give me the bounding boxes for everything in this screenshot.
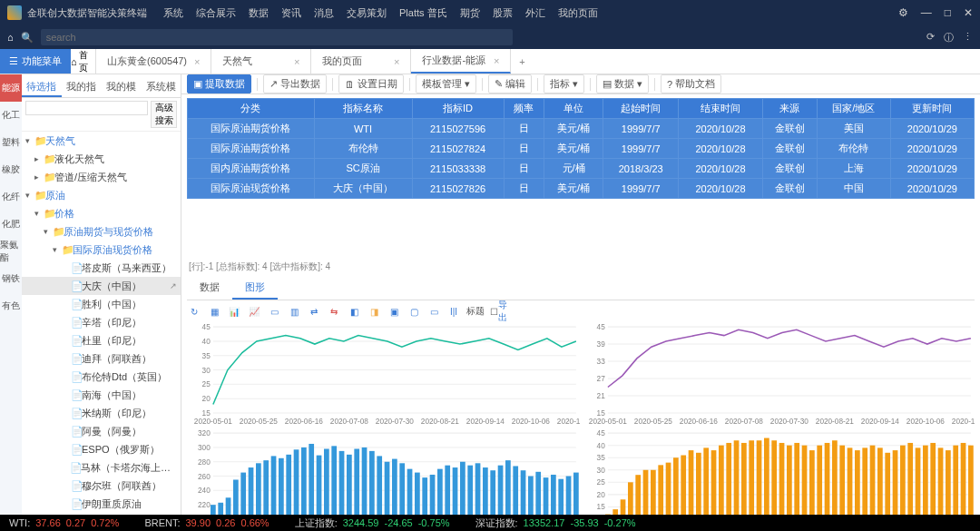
tree-node[interactable]: ▸📁管道/压缩天然气	[22, 168, 181, 186]
document-tab[interactable]: 山东黄金(600547)×	[96, 49, 211, 74]
category-item[interactable]: 化工	[0, 102, 22, 129]
category-item[interactable]: 钢铁	[0, 265, 22, 292]
chart-panel[interactable]: 10152025303540452020-05-012020-05-252020…	[582, 428, 975, 520]
chart-refresh-icon[interactable]: ↻	[187, 304, 201, 319]
tree-node[interactable]: ▾📁国际原油现货价格	[22, 241, 181, 259]
table-row[interactable]: 国际原油期货价格WTI2115027596日美元/桶1999/7/72020/1…	[188, 119, 975, 139]
table-header[interactable]: 国家/地区	[818, 99, 891, 119]
tree-node[interactable]: 📄米纳斯（印尼）	[22, 404, 181, 422]
chart-panel[interactable]: 1521273339452020-05-012020-05-252020-06-…	[582, 322, 975, 427]
menu-item[interactable]: 资讯	[281, 6, 301, 20]
add-tab-button[interactable]: +	[511, 49, 533, 74]
tree-tab[interactable]: 系统模板	[141, 74, 181, 97]
menu-item[interactable]: 交易策划	[347, 6, 387, 20]
tree-node[interactable]: 📄伊朗重质原油	[22, 495, 181, 513]
export-data-button[interactable]: ↗ 导出数据	[263, 74, 327, 93]
tree-node[interactable]: 📄大庆（中国）↗	[22, 277, 181, 295]
tab-close-icon[interactable]: ×	[494, 55, 499, 66]
tree-tab[interactable]: 待选指标	[22, 74, 62, 97]
menu-item[interactable]: 外汇	[525, 6, 545, 20]
home-icon[interactable]: ⌂	[7, 32, 14, 43]
chart-export-button[interactable]: ☐ 导出	[490, 304, 513, 319]
tree-node[interactable]: 📄ESPO（俄罗斯）	[22, 440, 181, 458]
tree-node[interactable]: 📄塔皮斯（马来西亚）	[22, 259, 181, 277]
more-icon[interactable]: ⋮	[963, 31, 973, 44]
tree-tab[interactable]: 我的指标	[62, 74, 102, 97]
tree-node[interactable]: 📄南海（中国）	[22, 386, 181, 404]
table-row[interactable]: 国际原油期货价格布伦特2115027824日美元/桶1999/7/72020/1…	[188, 139, 975, 159]
table-header[interactable]: 来源	[762, 99, 817, 119]
tab-close-icon[interactable]: ×	[294, 56, 299, 67]
chart-tool-icon[interactable]: ◧	[347, 304, 361, 319]
menu-item[interactable]: 综合展示	[196, 6, 236, 20]
category-item[interactable]: 橡胶	[0, 156, 22, 183]
table-header[interactable]: 结束时间	[679, 99, 762, 119]
tab-chart[interactable]: 图形	[232, 277, 278, 300]
extract-data-button[interactable]: ▣ 提取数据	[187, 74, 251, 93]
document-tab[interactable]: 我的页面×	[311, 49, 411, 74]
chart-tool-icon[interactable]: 📊	[227, 304, 241, 319]
tree-node[interactable]: ▾📁原油期货与现货价格	[22, 222, 181, 241]
advanced-search-button[interactable]: 高级搜索	[151, 101, 177, 128]
table-header[interactable]: 指标名称	[314, 99, 412, 119]
menu-item[interactable]: 数据	[249, 6, 269, 20]
category-item[interactable]: 有色	[0, 292, 22, 320]
category-item[interactable]: 化肥	[0, 211, 22, 238]
chart-tool-icon[interactable]: ▦	[207, 304, 221, 319]
tree-node[interactable]: 📄穆尔班（阿联酋）	[22, 477, 181, 495]
table-header[interactable]: 分类	[188, 99, 315, 119]
tree-tab[interactable]: 我的模板	[102, 74, 142, 97]
chart-tool-icon[interactable]: I|I	[446, 304, 461, 319]
tree-node[interactable]: ▸📁液化天然气	[22, 150, 181, 168]
template-mgmt-button[interactable]: 模板管理 ▾	[416, 74, 476, 93]
global-search-input[interactable]	[41, 29, 513, 45]
help-button[interactable]: ? 帮助文档	[661, 74, 721, 93]
minimize-icon[interactable]: —	[921, 6, 932, 19]
menu-item[interactable]: 期货	[460, 6, 480, 20]
refresh-icon[interactable]: ⟳	[926, 31, 935, 44]
tree-node[interactable]: 📄迪拜（阿联酋）	[22, 349, 181, 368]
tree-node[interactable]: ▾📁原油	[22, 186, 181, 204]
tab-close-icon[interactable]: ×	[194, 56, 200, 67]
table-row[interactable]: 国内原油期货价格SC原油2115033338日元/桶2018/3/232020/…	[188, 159, 975, 179]
chart-title-button[interactable]: 标题	[466, 304, 485, 319]
settings-icon[interactable]: ⚙	[898, 6, 908, 19]
chart-tool-icon[interactable]: ▣	[387, 304, 401, 319]
tree-node[interactable]: ▾📁天然气	[22, 132, 181, 150]
table-header[interactable]: 单位	[544, 99, 603, 119]
category-item[interactable]: 能源	[0, 74, 22, 102]
tree-search-input[interactable]	[25, 101, 148, 115]
menu-item[interactable]: 系统	[163, 6, 183, 20]
tree-node[interactable]: ▾📁价格	[22, 204, 181, 222]
table-header[interactable]: 更新时间	[890, 99, 974, 119]
chart-tool-icon[interactable]: ▥	[287, 304, 301, 319]
data-button[interactable]: ▤ 数据 ▾	[596, 74, 649, 93]
tree-node[interactable]: 📄阿曼（阿曼）	[22, 422, 181, 440]
edit-button[interactable]: ✎ 编辑	[488, 74, 532, 93]
tab-data[interactable]: 数据	[187, 277, 232, 300]
chart-panel[interactable]: 2002202402602803003202020-05-012020-05-2…	[187, 428, 580, 520]
tree-node[interactable]: 📄辛塔（印尼）	[22, 313, 181, 331]
category-item[interactable]: 塑料	[0, 129, 22, 156]
chart-tool-icon[interactable]: ▭	[267, 304, 281, 319]
table-header[interactable]: 频率	[504, 99, 544, 119]
chart-tool-icon[interactable]: ▭	[426, 304, 441, 319]
menu-item[interactable]: Platts 普氏	[399, 6, 447, 20]
tree-node[interactable]: 📄马林（卡塔尔海上原油）	[22, 458, 181, 477]
menu-item[interactable]: 我的页面	[558, 6, 598, 20]
info-icon[interactable]: ⓘ	[944, 31, 954, 44]
tree-node[interactable]: 📄布伦特Dtd（英国）	[22, 368, 181, 386]
table-header[interactable]: 指标ID	[412, 99, 504, 119]
indicator-button[interactable]: 指标 ▾	[544, 74, 584, 93]
tree-node[interactable]: 📄杜里（印尼）	[22, 331, 181, 349]
goto-icon[interactable]: ↗	[170, 281, 177, 290]
chart-tool-icon[interactable]: ◨	[367, 304, 381, 319]
close-icon[interactable]: ✕	[964, 6, 973, 19]
chart-tool-icon[interactable]: 📈	[247, 304, 261, 319]
menu-item[interactable]: 股票	[493, 6, 513, 20]
chart-tool-icon[interactable]: ▢	[407, 304, 421, 319]
table-header[interactable]: 起始时间	[603, 99, 679, 119]
table-row[interactable]: 国际原油现货价格大庆（中国）2115027826日美元/桶1999/7/7202…	[188, 179, 975, 199]
set-date-button[interactable]: 🗓 设置日期	[338, 74, 404, 93]
tab-close-icon[interactable]: ×	[394, 56, 399, 67]
